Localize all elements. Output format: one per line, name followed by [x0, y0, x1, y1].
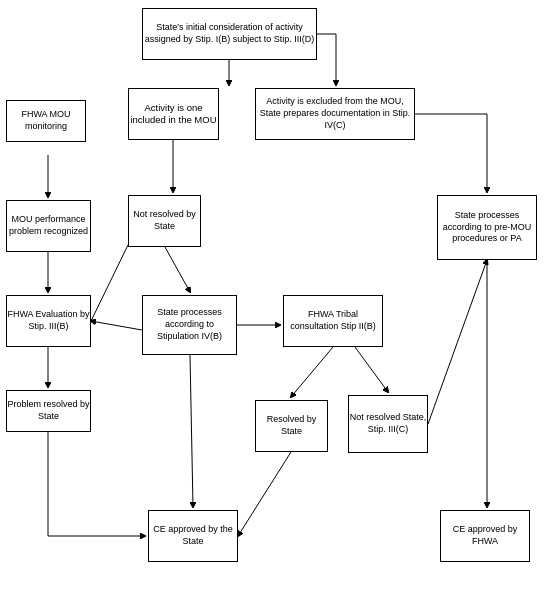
activity-excluded-box: Activity is excluded from the MOU, State…	[255, 88, 415, 140]
activity-included-box: Activity is one included in the MOU	[128, 88, 219, 140]
fhwa-tribal-box: FHWA Tribal consultation Stip II(B)	[283, 295, 383, 347]
fhwa-evaluation-box: FHWA Evaluation by Stip. III(B)	[6, 295, 91, 347]
not-resolved-stip-box: Not resolved State, Stip. III(C)	[348, 395, 428, 453]
svg-line-17	[238, 452, 291, 536]
problem-resolved-box: Problem resolved by State	[6, 390, 91, 432]
svg-line-16	[355, 347, 388, 392]
state-processes-stipulation-box: State processes according to Stipulation…	[142, 295, 237, 355]
ce-approved-fhwa-box: CE approved by FHWA	[440, 510, 530, 562]
svg-line-10	[91, 245, 128, 321]
resolved-by-state-box: Resolved by State	[255, 400, 328, 452]
flowchart-diagram: State's initial consideration of activit…	[0, 0, 546, 596]
state-initial-box: State's initial consideration of activit…	[142, 8, 317, 60]
svg-line-21	[91, 321, 142, 330]
svg-line-8	[165, 247, 190, 292]
fhwa-mou-monitoring-box: FHWA MOU monitoring	[6, 100, 86, 142]
svg-line-15	[291, 347, 333, 397]
svg-line-14	[190, 355, 193, 507]
not-resolved-state-box: Not resolved by State	[128, 195, 201, 247]
svg-line-18	[428, 260, 487, 424]
state-processes-mou-box: State processes according to pre-MOU pro…	[437, 195, 537, 260]
mou-performance-box: MOU performance problem recognized	[6, 200, 91, 252]
ce-approved-state-box: CE approved by the State	[148, 510, 238, 562]
